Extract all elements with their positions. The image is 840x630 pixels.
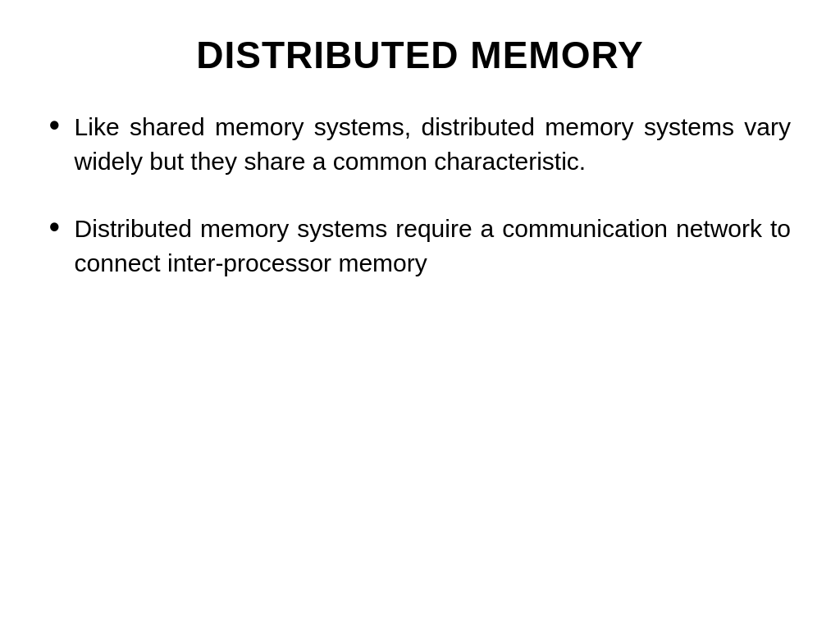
- list-item: • Distributed memory systems require a c…: [49, 212, 791, 281]
- bullet-dot-1: •: [49, 107, 60, 145]
- list-item: • Like shared memory systems, distribute…: [49, 110, 791, 179]
- bullet-text-2: Distributed memory systems require a com…: [75, 212, 791, 281]
- slide-title: DISTRIBUTED MEMORY: [49, 33, 791, 77]
- bullet-text-1: Like shared memory systems, distributed …: [75, 110, 791, 179]
- bullet-list: • Like shared memory systems, distribute…: [49, 110, 791, 313]
- bullet-dot-2: •: [49, 208, 60, 247]
- slide: DISTRIBUTED MEMORY • Like shared memory …: [0, 0, 840, 630]
